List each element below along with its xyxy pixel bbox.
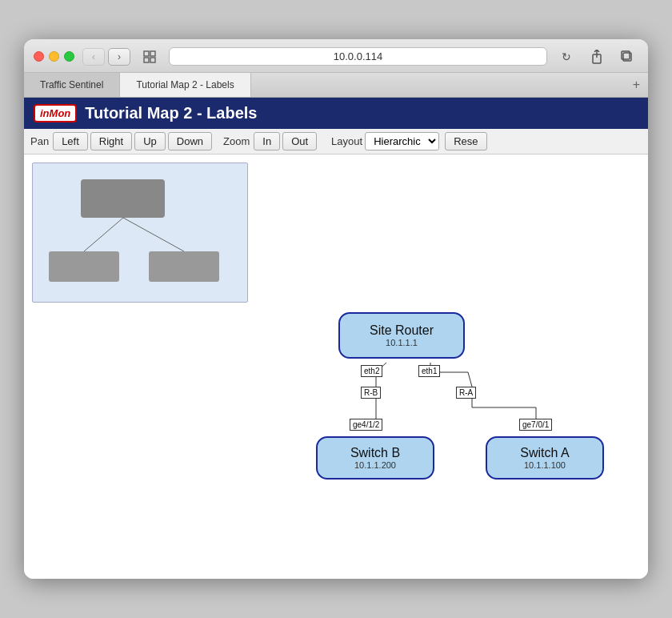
close-button[interactable] [34, 51, 44, 62]
reload-button[interactable]: ↻ [555, 48, 578, 66]
layout-label: Layout [331, 135, 362, 147]
node-switch-a[interactable]: Switch A 10.1.1.100 [486, 436, 604, 480]
pan-label: Pan [30, 135, 49, 147]
switch-b-label: Switch B [350, 446, 400, 460]
pan-left-button[interactable]: Left [53, 132, 88, 150]
svg-rect-1 [150, 51, 155, 56]
tab-grid-button[interactable] [138, 48, 161, 66]
minimap-node-switch-a [149, 251, 219, 282]
maximize-button[interactable] [64, 51, 74, 62]
port-eth1: eth1 [418, 365, 440, 377]
svg-line-8 [123, 218, 184, 251]
address-bar[interactable]: 10.0.0.114 [169, 47, 547, 66]
nav-buttons: ‹ › [82, 48, 130, 66]
share-button[interactable] [586, 48, 608, 66]
browser-window: ‹ › 10.0.0.114 ↻ Traffic Sentinel Tutori… [24, 39, 648, 579]
port-ge7: ge7/0/1 [519, 419, 552, 431]
new-tab-button[interactable]: + [625, 73, 648, 97]
inmon-logo: inMon [34, 104, 77, 122]
port-ra: R-A [456, 387, 476, 399]
svg-rect-2 [144, 58, 149, 62]
zoom-label: Zoom [223, 135, 250, 147]
site-router-label: Site Router [370, 323, 434, 338]
switch-b-ip: 10.1.1.200 [354, 460, 396, 470]
port-eth2: eth2 [361, 365, 382, 377]
layout-select[interactable]: Hierarchic Organic Circular Tree [365, 132, 439, 150]
port-ge4: ge4/1/2 [350, 419, 382, 431]
switch-a-ip: 10.1.1.100 [524, 460, 566, 470]
forward-button[interactable]: › [108, 48, 130, 66]
svg-line-14 [468, 372, 472, 387]
app-title: Tutorial Map 2 - Labels [85, 104, 257, 122]
tab-tutorial-map[interactable]: Tutorial Map 2 - Labels [120, 73, 250, 97]
svg-rect-3 [150, 58, 155, 62]
pan-toolbar: Pan Left Right Up Down Zoom In Out Layou… [24, 129, 648, 154]
minimap-node-switch-b [49, 251, 119, 282]
pan-down-button[interactable]: Down [168, 132, 212, 150]
tab-traffic-sentinel[interactable]: Traffic Sentinel [24, 73, 120, 97]
port-rb: R-B [361, 387, 381, 399]
minimize-button[interactable] [49, 51, 59, 62]
pan-right-button[interactable]: Right [90, 132, 132, 150]
back-button[interactable]: ‹ [82, 48, 105, 66]
site-router-ip: 10.1.1.1 [386, 338, 418, 347]
duplicate-button[interactable] [616, 48, 638, 66]
switch-a-label: Switch A [520, 446, 569, 460]
title-bar: ‹ › 10.0.0.114 ↻ [24, 39, 648, 73]
node-switch-b[interactable]: Switch B 10.1.1.200 [316, 436, 434, 480]
node-site-router[interactable]: Site Router 10.1.1.1 [338, 312, 465, 359]
reset-button[interactable]: Rese [445, 132, 486, 150]
canvas-area[interactable]: Site Router 10.1.1.1 eth2 eth1 R-B R-A g… [24, 154, 648, 579]
traffic-lights [34, 51, 74, 62]
svg-rect-0 [144, 51, 149, 56]
zoom-out-button[interactable]: Out [282, 132, 317, 150]
svg-line-7 [84, 218, 123, 251]
app-header: inMon Tutorial Map 2 - Labels [24, 98, 648, 129]
minimap-node-router [81, 179, 165, 218]
pan-up-button[interactable]: Up [134, 132, 166, 150]
tab-bar: Traffic Sentinel Tutorial Map 2 - Labels… [24, 73, 648, 98]
zoom-in-button[interactable]: In [254, 132, 280, 150]
minimap [32, 163, 248, 303]
